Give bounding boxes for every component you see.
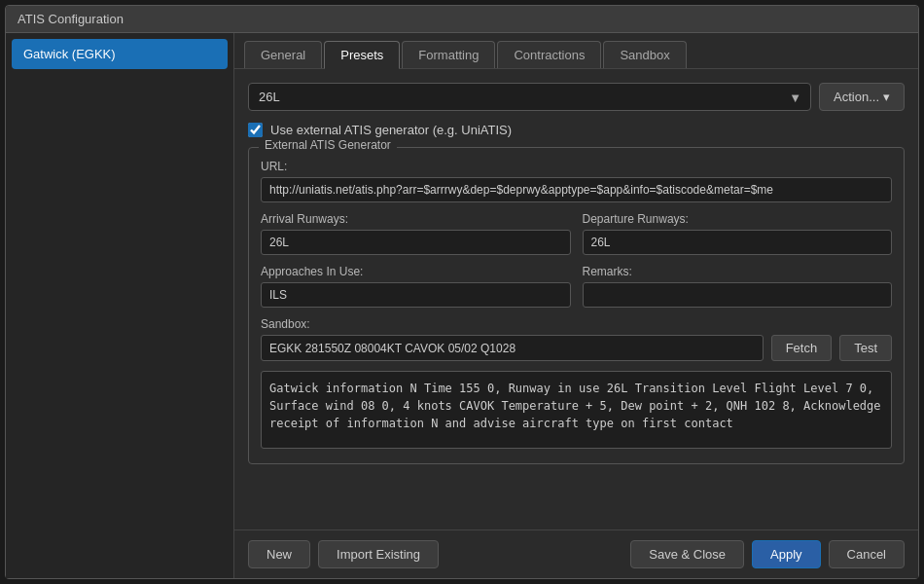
sandbox-row: Fetch Test [261,335,892,361]
title-bar: ATIS Configuration [6,6,918,33]
group-legend: External ATIS Generator [259,138,397,152]
arrival-col: Arrival Runways: [261,212,571,265]
approaches-input[interactable] [261,282,571,308]
bottom-left-buttons: New Import Existing [248,540,439,568]
sandbox-input[interactable] [261,335,764,361]
approaches-remarks-row: Approaches In Use: Remarks: [261,265,892,317]
use-external-checkbox[interactable] [248,123,263,137]
preset-select-wrapper: 26L ▼ [248,83,811,111]
tabs: General Presets Formatting Contractions … [234,33,918,69]
tab-presets[interactable]: Presets [324,41,400,69]
save-close-button[interactable]: Save & Close [630,540,744,568]
use-external-label: Use external ATIS generator (e.g. UniATI… [270,123,512,137]
url-input[interactable] [261,177,892,202]
action-chevron-icon: ▾ [883,90,890,104]
test-button[interactable]: Test [839,335,892,361]
arrival-runways-input[interactable] [261,230,571,255]
fetch-button[interactable]: Fetch [771,335,833,361]
sidebar-item-label: Gatwick (EGKK) [23,47,116,61]
import-existing-button[interactable]: Import Existing [318,540,439,568]
url-label: URL: [261,160,892,173]
preset-row: 26L ▼ Action... ▾ [248,83,905,111]
tab-general[interactable]: General [244,41,322,68]
use-external-row: Use external ATIS generator (e.g. UniATI… [248,123,905,137]
preset-select[interactable]: 26L [248,83,811,111]
output-textarea[interactable] [261,371,892,449]
sandbox-label: Sandbox: [261,317,892,331]
sidebar-item-gatwick[interactable]: Gatwick (EGKK) [12,39,228,69]
remarks-input[interactable] [583,282,893,308]
remarks-label: Remarks: [583,265,893,278]
bottom-bar: New Import Existing Save & Close Apply C… [234,529,918,578]
bottom-right-buttons: Save & Close Apply Cancel [630,540,905,568]
new-button[interactable]: New [248,540,310,568]
approaches-label: Approaches In Use: [261,265,571,278]
departure-runways-input[interactable] [583,230,893,255]
window-title: ATIS Configuration [18,12,124,26]
arrival-runways-label: Arrival Runways: [261,212,571,226]
tab-formatting[interactable]: Formatting [402,41,495,68]
cancel-button[interactable]: Cancel [829,540,905,568]
departure-runways-label: Departure Runways: [583,212,893,226]
main-content: Gatwick (EGKK) General Presets Formattin… [6,33,918,578]
tab-contractions[interactable]: Contractions [497,41,601,68]
tab-content-presets: 26L ▼ Action... ▾ Use external ATIS gene… [234,69,918,529]
tab-sandbox[interactable]: Sandbox [603,41,686,68]
sidebar: Gatwick (EGKK) [6,33,234,578]
runways-row: Arrival Runways: Departure Runways: [261,212,892,265]
departure-col: Departure Runways: [583,212,893,265]
action-button[interactable]: Action... ▾ [819,83,905,111]
remarks-col: Remarks: [583,265,893,317]
approaches-col: Approaches In Use: [261,265,571,317]
external-generator-group: External ATIS Generator URL: Arrival Run… [248,147,905,464]
content-area: General Presets Formatting Contractions … [234,33,918,578]
apply-button[interactable]: Apply [752,540,821,568]
atis-configuration-window: ATIS Configuration Gatwick (EGKK) Genera… [5,5,919,579]
